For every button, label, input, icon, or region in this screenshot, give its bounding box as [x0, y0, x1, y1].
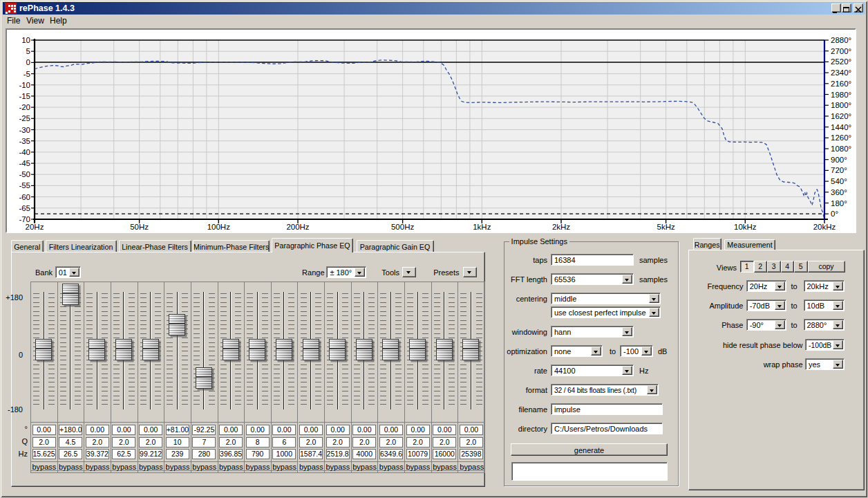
svg-text:900°: 900° — [831, 156, 847, 164]
svg-text:-45: -45 — [19, 159, 30, 167]
svg-text:10: 10 — [21, 36, 30, 44]
svg-text:2880°: 2880° — [831, 36, 851, 44]
svg-text:-25: -25 — [19, 114, 30, 122]
svg-text:-10: -10 — [19, 81, 30, 89]
svg-text:10kHz: 10kHz — [734, 223, 757, 231]
svg-text:0: 0 — [26, 58, 30, 66]
svg-text:360°: 360° — [831, 188, 847, 196]
svg-text:540°: 540° — [831, 177, 847, 185]
svg-text:-35: -35 — [19, 137, 30, 145]
svg-text:-65: -65 — [19, 204, 30, 212]
svg-text:-40: -40 — [19, 148, 30, 156]
svg-text:50Hz: 50Hz — [130, 223, 149, 231]
svg-text:0°: 0° — [831, 210, 838, 218]
svg-text:2520°: 2520° — [831, 57, 851, 66]
svg-text:2700°: 2700° — [831, 47, 851, 55]
svg-text:-60: -60 — [19, 193, 30, 201]
svg-text:100Hz: 100Hz — [207, 223, 230, 231]
svg-text:-20: -20 — [19, 103, 30, 111]
svg-text:2kHz: 2kHz — [552, 223, 570, 231]
svg-text:1980°: 1980° — [831, 91, 851, 99]
svg-text:20Hz: 20Hz — [26, 223, 44, 231]
svg-text:1800°: 1800° — [831, 101, 851, 109]
svg-text:-50: -50 — [19, 170, 30, 178]
svg-text:5kHz: 5kHz — [657, 223, 674, 231]
svg-text:1440°: 1440° — [831, 123, 851, 131]
svg-text:1kHz: 1kHz — [473, 223, 491, 231]
svg-text:-55: -55 — [19, 181, 30, 190]
svg-text:1260°: 1260° — [831, 133, 851, 142]
svg-text:1620°: 1620° — [831, 112, 851, 120]
svg-text:-15: -15 — [19, 92, 30, 100]
svg-text:180°: 180° — [831, 199, 847, 208]
svg-text:5: 5 — [26, 47, 30, 55]
svg-text:500Hz: 500Hz — [391, 223, 414, 231]
svg-text:720°: 720° — [831, 166, 847, 174]
svg-text:20kHz: 20kHz — [813, 223, 836, 231]
svg-text:200Hz: 200Hz — [286, 223, 309, 231]
svg-text:2340°: 2340° — [831, 68, 851, 77]
svg-text:-5: -5 — [23, 70, 30, 78]
svg-text:-30: -30 — [19, 126, 30, 134]
svg-text:2160°: 2160° — [831, 80, 851, 88]
svg-text:1080°: 1080° — [831, 145, 851, 153]
